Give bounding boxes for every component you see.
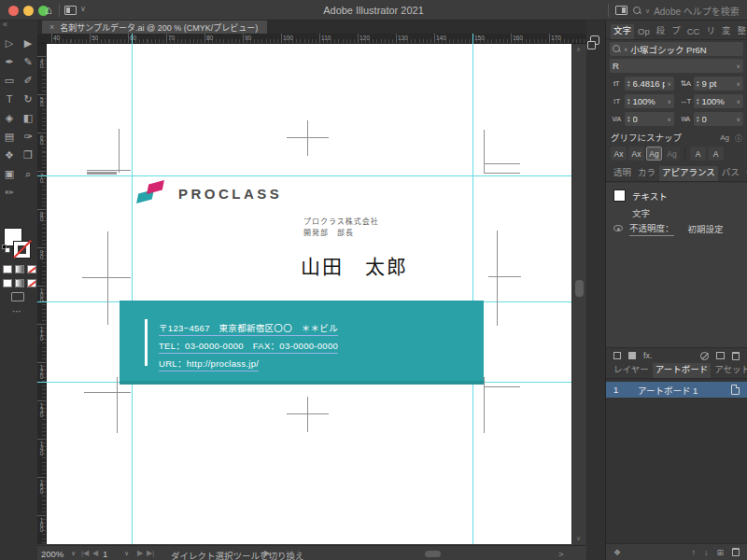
url-text[interactable]: URL：http://proclass.jp/: [159, 357, 259, 371]
kerning-field[interactable]: ▴▾ 0 ∨: [625, 112, 674, 126]
gradient-tool[interactable]: ▤: [0, 127, 19, 146]
snap-option-icon[interactable]: Ag: [664, 147, 680, 161]
clear-appearance-icon[interactable]: [700, 352, 709, 360]
document-tab[interactable]: × 名刺サンプルデータ.ai @ 200 % (CMYK/プレビュー): [42, 21, 267, 34]
symbol-tool[interactable]: ❒: [19, 146, 37, 164]
stepper-icon[interactable]: ▴▾: [627, 80, 630, 87]
mac-close-button[interactable]: [8, 6, 19, 16]
artboard-row-selected[interactable]: 1 アートボード 1: [606, 382, 747, 398]
screen-mode-button[interactable]: [11, 292, 24, 301]
font-style-field[interactable]: R ∨: [610, 59, 743, 73]
address-block[interactable]: 〒123−4567 東京都新宿区〇〇 ＊＊ビル TEL：03-0000-0000…: [159, 321, 338, 374]
postal-address-text[interactable]: 〒123−4567 東京都新宿区〇〇 ＊＊ビル: [159, 321, 338, 336]
none-button[interactable]: [27, 265, 36, 273]
next-artboard-icon[interactable]: ▶: [137, 549, 143, 557]
stepper-icon[interactable]: ▴▾: [627, 116, 630, 122]
snap-option-icon[interactable]: Ax: [628, 147, 644, 161]
eraser-tool[interactable]: ◈: [0, 108, 19, 127]
curvature-tool[interactable]: ✎: [19, 52, 37, 71]
move-up-icon[interactable]: ↑: [691, 548, 696, 557]
panel-tab-アセットの書[interactable]: アセットの書: [712, 363, 747, 378]
add-stroke-icon[interactable]: [613, 352, 621, 359]
scroll-up-icon[interactable]: ∧: [576, 46, 581, 53]
info-icon[interactable]: ⓘ: [735, 133, 742, 143]
panel-tab-プ[interactable]: プ: [669, 24, 684, 39]
visibility-eye-icon[interactable]: [613, 225, 623, 231]
stepper-icon[interactable]: ▴▾: [697, 98, 699, 105]
mac-minimize-button[interactable]: [23, 6, 34, 16]
vertical-ruler[interactable]: 405060708090100110120130140150160: [37, 44, 47, 544]
type-tool[interactable]: T: [0, 90, 19, 108]
opacity-link[interactable]: 不透明度：: [629, 221, 674, 236]
guide-horizontal[interactable]: [47, 175, 571, 176]
arrange-documents-icon[interactable]: [64, 6, 77, 15]
paintbrush-tool[interactable]: ✐: [19, 71, 37, 90]
tel-fax-text[interactable]: TEL：03-0000-0000 FAX：03-0000-0000: [159, 339, 338, 354]
teal-address-band[interactable]: 〒123−4567 東京都新宿区〇〇 ＊＊ビル TEL：03-0000-0000…: [120, 301, 484, 385]
chevron-down-icon[interactable]: ∨: [124, 550, 129, 557]
chevron-down-icon[interactable]: ∨: [71, 550, 76, 557]
font-family-field[interactable]: ∨ 小塚ゴシック Pr6N: [610, 42, 743, 56]
first-artboard-icon[interactable]: |◀: [81, 549, 89, 557]
draw-normal-button[interactable]: [3, 279, 12, 287]
appearance-item-row[interactable]: テキスト: [606, 188, 747, 203]
snap-option-icon[interactable]: Ax: [611, 147, 627, 161]
panel-tab-アートボード[interactable]: アートボード: [653, 363, 711, 378]
move-down-icon[interactable]: ↓: [704, 548, 709, 557]
leading-field[interactable]: ▴▾ 9 pt ∨: [694, 77, 743, 91]
panel-toggle-icon[interactable]: [615, 6, 627, 15]
appearance-subitem-row[interactable]: 文字: [606, 204, 747, 220]
panel-tab-CC[interactable]: CC: [684, 24, 703, 39]
pen-tool[interactable]: ✒: [0, 52, 19, 71]
stepper-icon[interactable]: ▴▾: [697, 80, 699, 87]
direct-selection-tool[interactable]: ▶: [19, 34, 37, 52]
blend-tool[interactable]: ❖: [0, 146, 19, 164]
draw-inside-button[interactable]: [27, 279, 36, 287]
stepper-icon[interactable]: ▴▾: [627, 98, 630, 105]
collapse-panel-icon[interactable]: «: [3, 20, 7, 29]
person-name-text[interactable]: 山田 太郎: [301, 251, 408, 279]
panel-tab-アピアランス[interactable]: アピアランス: [659, 166, 718, 181]
gradient-button[interactable]: [15, 265, 24, 273]
panel-tab-リ[interactable]: リ: [703, 24, 718, 39]
snap-angle-icon[interactable]: A: [690, 147, 706, 161]
panel-tab-文字[interactable]: 文字: [611, 24, 634, 39]
duplicate-item-icon[interactable]: [716, 352, 725, 359]
vertical-scale-field[interactable]: ▴▾ 100% ∨: [625, 94, 674, 108]
zoom-level[interactable]: 200%: [41, 549, 63, 559]
panel-tab-整[interactable]: 整: [735, 24, 747, 39]
shape-builder-tool[interactable]: ◧: [19, 108, 37, 127]
color-button[interactable]: [3, 265, 12, 273]
department-title-text[interactable]: 開発部 部長: [303, 227, 354, 237]
new-artboard-icon[interactable]: ⊞: [716, 548, 724, 557]
vertical-scrollbar[interactable]: ∧ ∨: [571, 44, 586, 544]
home-icon[interactable]: ⌂: [45, 3, 52, 17]
artboard-page-icon[interactable]: [731, 385, 740, 395]
artboard-canvas[interactable]: PROCLASS プロクラス株式会社 開発部 部長 山田 太郎 〒123−456…: [47, 44, 571, 544]
draw-behind-button[interactable]: [15, 279, 24, 287]
snap-option-icon-selected[interactable]: Ag: [646, 147, 662, 161]
eyedropper-tool[interactable]: ✑: [19, 127, 37, 146]
fill-swatch[interactable]: [613, 189, 626, 202]
appearance-opacity-row[interactable]: 不透明度： 初期設定: [606, 220, 747, 236]
panel-tab-パス[interactable]: パス: [719, 166, 742, 181]
shaper-tool[interactable]: ✏: [0, 183, 19, 202]
horizontal-ruler[interactable]: 405060708090100110120130140150160170: [37, 34, 586, 44]
rectangle-tool[interactable]: ▭: [0, 71, 19, 90]
panel-tab-カラ[interactable]: カラ: [635, 166, 658, 181]
delete-artboard-icon[interactable]: [732, 548, 740, 556]
zoom-tool[interactable]: ⌕: [19, 164, 37, 183]
panel-tab-グラ[interactable]: グラ: [743, 166, 747, 181]
artboard-name[interactable]: アートボード 1: [638, 384, 731, 397]
stepper-icon[interactable]: ▴▾: [697, 116, 699, 122]
tracking-field[interactable]: ▴▾ 0 ∨: [694, 112, 743, 126]
add-fill-icon[interactable]: [628, 352, 636, 359]
previous-artboard-icon[interactable]: ◀: [92, 549, 98, 557]
edit-toolbar-icon[interactable]: ⋯: [12, 306, 21, 316]
vertical-scroll-thumb[interactable]: [575, 280, 584, 297]
horizontal-scroll-thumb[interactable]: [425, 551, 441, 557]
add-effect-icon[interactable]: fx.: [643, 351, 653, 360]
selection-tool[interactable]: ▷: [0, 34, 19, 52]
scroll-right-icon[interactable]: >: [558, 549, 564, 559]
close-tab-icon[interactable]: ×: [49, 22, 54, 32]
